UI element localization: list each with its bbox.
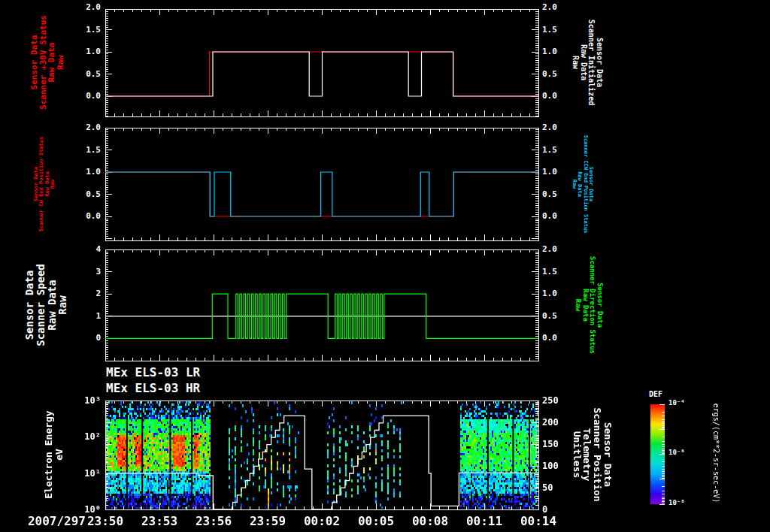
- panel2-left-tick-label: 2: [69, 289, 101, 298]
- panel3-left-tick-label: 10²: [69, 431, 101, 442]
- panel3-right-tick-label: 200: [542, 417, 578, 428]
- axis-label-line: Raw Data: [579, 20, 587, 105]
- panel2-right-axis-label: Sensor DataScanner Direction StatusRaw D…: [574, 256, 603, 354]
- panel1-left-tick-label: 1.0: [69, 167, 101, 177]
- time-tick-label: 00:02: [298, 514, 346, 528]
- panel1-left-tick-label: 0.5: [69, 189, 101, 199]
- panel0-left-axis-label: Sensor DataScanner +30V StatusRaw DataRa…: [30, 15, 65, 110]
- panel2-right-tick-label: 1.5: [542, 267, 578, 277]
- panel2-left-tick-label: 3: [69, 267, 101, 277]
- axis-label-line: Scanner Initialized: [587, 20, 596, 105]
- panel0-right-tick-label: 2.0: [542, 2, 578, 12]
- panel3-right-tick-label: 0: [542, 504, 578, 515]
- panel3-left-axis-label: Electron EnergyeV: [44, 410, 65, 498]
- axis-label-line: Telemetry: [581, 407, 592, 501]
- panel0-left-tick-label: 2.0: [69, 2, 101, 12]
- panel3-left-tick-label: 10³: [69, 395, 101, 406]
- panel3-right-tick-label: 150: [542, 439, 578, 449]
- panel1-right-tick-label: 1.0: [542, 167, 578, 177]
- panel1-right-tick-label: 0.5: [542, 189, 578, 199]
- panel0-right-tick-label: 1.5: [542, 25, 578, 35]
- axis-label-line: Scanner Speed: [35, 264, 47, 346]
- colorbar-ticks: [650, 404, 667, 506]
- panel2-right-tick-label: 0.5: [542, 311, 578, 321]
- panel0-left-tick-label: 0.5: [69, 69, 101, 79]
- axis-label-line: Raw Data: [47, 264, 58, 346]
- panel2-right-tick-label: 1.0: [542, 289, 578, 298]
- panel3-left-tick-label: 10¹: [69, 468, 101, 479]
- spectrogram-title-lr: MEx ELS-03 LR: [106, 365, 200, 379]
- panel1-left-axis-label: Sensor DataScanner CW End Position Statu…: [34, 137, 56, 231]
- axis-label-line: Sensor Data: [587, 135, 593, 234]
- panel1-right-tick-label: 1.5: [542, 145, 578, 155]
- panel1-right-tick-label: 0.0: [542, 211, 578, 221]
- panel2-right-tick-label: 0.0: [542, 333, 578, 343]
- panel0-right-tick-label: 0.0: [542, 91, 578, 101]
- axis-label-line: Scanner Position: [592, 407, 602, 501]
- colorbar-tick-label: 10⁻⁴: [668, 399, 685, 407]
- x-axis-date-label: 2007/297: [12, 514, 86, 528]
- panel0-right-tick-label: 1.0: [542, 47, 578, 56]
- scanner-speed-plot: [105, 249, 539, 361]
- panel3-right-tick-label: 100: [542, 461, 578, 471]
- time-tick-label: 23:53: [135, 514, 183, 528]
- colorbar-units-label: ergs/(cm**2-sr-sec-eV): [712, 404, 720, 503]
- panel0-left-tick-label: 1.0: [69, 47, 101, 56]
- axis-label-line: Raw Data: [581, 256, 589, 354]
- scanner-end-position-plot: [105, 127, 539, 241]
- panel0-left-tick-label: 0.0: [69, 91, 101, 101]
- axis-label-line: Raw: [50, 137, 56, 231]
- time-tick-label: 23:50: [81, 514, 129, 528]
- panel1-left-tick-label: 0.0: [69, 211, 101, 221]
- axis-label-line: Scanner Direction Status: [589, 256, 596, 354]
- axis-label-line: Sensor Data: [602, 407, 613, 501]
- scanner-30v-status-plot: [105, 8, 539, 117]
- axis-label-line: Sensor Data: [596, 20, 604, 105]
- axis-label-line: Sensor Data: [30, 15, 39, 110]
- time-tick-label: 00:14: [514, 514, 562, 528]
- panel0-left-tick-label: 1.5: [69, 25, 101, 35]
- panel2-left-tick-label: 0: [69, 333, 101, 343]
- telemetry-plot-screen: Sensor DataScanner +30V StatusRaw DataRa…: [0, 0, 770, 532]
- time-tick-label: 23:59: [244, 514, 292, 528]
- time-tick-label: 00:05: [352, 514, 400, 528]
- axis-label-line: Sensor Data: [596, 256, 604, 354]
- panel1-left-tick-label: 2.0: [69, 122, 101, 132]
- panel1-right-tick-label: 2.0: [542, 122, 578, 132]
- panel3-left-tick-label: 10⁰: [69, 504, 101, 515]
- panel0-right-tick-label: 0.5: [542, 69, 578, 79]
- axis-label-line: Sensor Data: [24, 264, 35, 346]
- axis-label-line: Raw: [56, 15, 65, 110]
- panel2-left-axis-label: Sensor DataScanner SpeedRaw DataRaw: [24, 264, 68, 346]
- time-tick-label: 00:11: [460, 514, 508, 528]
- panel3-right-tick-label: 250: [542, 395, 578, 406]
- time-tick-label: 00:08: [406, 514, 454, 528]
- panel1-left-tick-label: 1.5: [69, 145, 101, 155]
- panel2-left-tick-label: 4: [69, 244, 101, 254]
- spectrogram-title-hr: MEx ELS-03 HR: [106, 381, 200, 395]
- axis-label-line: Electron Energy: [44, 410, 54, 498]
- axis-label-line: Scanner CCW End Position Status: [582, 135, 587, 234]
- panel2-left-tick-label: 1: [69, 311, 101, 321]
- time-tick-label: 23:56: [189, 514, 238, 528]
- colorbar-tick-label: 10⁻⁸: [668, 499, 685, 506]
- axis-label-line: eV: [54, 410, 65, 498]
- axis-label-line: Raw: [58, 264, 69, 346]
- electron-energy-spectrogram-plot: [105, 400, 539, 510]
- panel3-right-tick-label: 50: [542, 482, 578, 493]
- panel2-right-tick-label: 2.0: [542, 244, 578, 254]
- colorbar-tick-label: 10⁻⁶: [668, 449, 685, 456]
- colorbar-title: DEF: [649, 390, 662, 398]
